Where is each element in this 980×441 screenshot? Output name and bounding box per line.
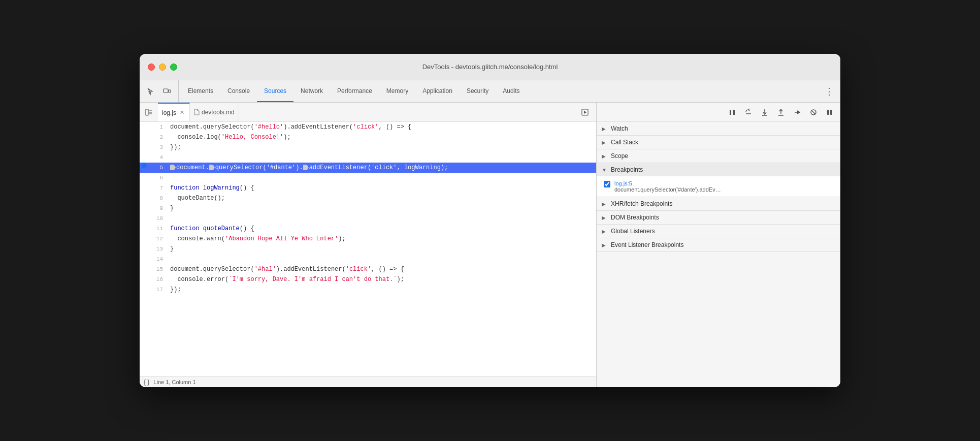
panel-xhr: ▶ XHR/fetch Breakpoints — [597, 197, 840, 211]
svg-rect-21 — [830, 110, 832, 115]
panel-breakpoints-header[interactable]: ▼ Breakpoints — [597, 163, 840, 176]
svg-line-19 — [811, 110, 815, 114]
code-line-10: 10 — [140, 213, 596, 224]
pretty-print-icon[interactable]: { } — [144, 379, 149, 386]
svg-rect-0 — [164, 89, 168, 92]
callstack-label: Call Stack — [611, 139, 638, 146]
step-out-btn[interactable] — [774, 106, 788, 119]
panel-watch: ▶ Watch — [597, 122, 840, 136]
watch-chevron: ▶ — [602, 126, 608, 132]
code-line-4: 4 — [140, 152, 596, 163]
panel-event: ▶ Event Listener Breakpoints — [597, 238, 840, 252]
panel-breakpoints: ▼ Breakpoints log.js:5 document.querySel… — [597, 163, 840, 197]
breakpoints-chevron: ▼ — [602, 167, 608, 173]
file-tab-close-logjs[interactable]: ✕ — [178, 109, 185, 116]
code-line-8: 8 quoteDante(); — [140, 193, 596, 203]
code-line-3: 3 }); — [140, 142, 596, 152]
breakpoint-item-1: log.js:5 document.querySelector('#dante'… — [597, 178, 840, 195]
panel-xhr-header[interactable]: ▶ XHR/fetch Breakpoints — [597, 197, 840, 210]
tab-memory[interactable]: Memory — [379, 80, 415, 102]
svg-rect-4 — [146, 109, 148, 115]
code-line-1: 1 document.querySelector('#hello').addEv… — [140, 122, 596, 132]
panel-scope-header[interactable]: ▶ Scope — [597, 149, 840, 163]
breakpoints-label: Breakpoints — [611, 166, 643, 173]
svg-rect-1 — [169, 90, 171, 92]
main-content: log.js ✕ devtools.md — [140, 103, 840, 387]
status-bar: { } Line 1, Column 1 — [140, 376, 596, 387]
maximize-button[interactable] — [170, 64, 177, 71]
scope-label: Scope — [611, 152, 628, 160]
file-panel-toggle[interactable] — [142, 105, 156, 119]
code-editor[interactable]: 1 document.querySelector('#hello').addEv… — [140, 122, 596, 376]
xhr-label: XHR/fetch Breakpoints — [611, 200, 672, 207]
event-chevron: ▶ — [602, 242, 608, 248]
watch-label: Watch — [611, 125, 628, 132]
breakpoint-info-1: log.js:5 document.querySelector('#dante'… — [614, 180, 721, 193]
more-tabs-button[interactable]: ⋮ — [822, 84, 836, 99]
tab-security[interactable]: Security — [460, 80, 496, 102]
minimize-button[interactable] — [159, 64, 166, 71]
panel-callstack-header[interactable]: ▶ Call Stack — [597, 136, 840, 149]
code-line-14: 14 — [140, 254, 596, 264]
breakpoint-file: log.js:5 — [614, 180, 721, 186]
right-panel: ▶ Watch ▶ Call Stack ▶ Scope — [597, 103, 840, 387]
device-toolbar-icon[interactable] — [160, 84, 174, 99]
file-tab-devtoolsmd[interactable]: devtools.md — [190, 103, 239, 121]
code-line-13: 13 } — [140, 244, 596, 254]
file-tab-end — [578, 105, 596, 119]
panels-area: ▶ Watch ▶ Call Stack ▶ Scope — [597, 122, 840, 387]
tab-application[interactable]: Application — [415, 80, 460, 102]
tabs-end: ⋮ — [822, 80, 840, 102]
bp-marker-5 — [140, 163, 148, 168]
breakpoint-checkbox-1[interactable] — [604, 181, 610, 187]
tab-console[interactable]: Console — [220, 80, 257, 102]
dom-label: DOM Breakpoints — [611, 214, 659, 221]
inspect-icon[interactable] — [144, 84, 158, 99]
cursor-position: Line 1, Column 1 — [153, 379, 195, 385]
step-over-btn[interactable] — [742, 106, 755, 119]
file-tabs-bar: log.js ✕ devtools.md — [140, 103, 596, 122]
debug-toolbar — [597, 103, 840, 122]
pause-on-exceptions-btn[interactable] — [823, 106, 836, 119]
global-label: Global Listeners — [611, 228, 655, 235]
tab-network[interactable]: Network — [293, 80, 330, 102]
xhr-chevron: ▶ — [602, 201, 608, 207]
dom-chevron: ▶ — [602, 215, 608, 220]
panel-global-header[interactable]: ▶ Global Listeners — [597, 225, 840, 238]
callstack-chevron: ▶ — [602, 140, 608, 145]
panel-scope: ▶ Scope — [597, 149, 840, 163]
run-snippet-icon[interactable] — [578, 105, 592, 119]
panel-watch-header[interactable]: ▶ Watch — [597, 122, 840, 135]
step-into-btn[interactable] — [758, 106, 771, 119]
tabs-bar: Elements Console Sources Network Perform… — [140, 80, 840, 103]
panel-dom: ▶ DOM Breakpoints — [597, 211, 840, 225]
file-tab-logjs[interactable]: log.js ✕ — [158, 103, 190, 121]
svg-marker-9 — [584, 111, 586, 114]
tab-elements[interactable]: Elements — [181, 80, 220, 102]
code-line-9: 9 } — [140, 203, 596, 213]
code-line-7: 7 function logWarning() { — [140, 183, 596, 193]
panel-event-header[interactable]: ▶ Event Listener Breakpoints — [597, 238, 840, 251]
code-line-16: 16 console.error(`I'm sorry, Dave. I'm a… — [140, 274, 596, 285]
svg-rect-11 — [733, 110, 735, 115]
tab-icons — [144, 80, 179, 102]
event-label: Event Listener Breakpoints — [611, 241, 683, 248]
pause-resume-btn[interactable] — [726, 106, 739, 119]
tab-performance[interactable]: Performance — [330, 80, 379, 102]
window-title: DevTools - devtools.glitch.me/console/lo… — [422, 63, 558, 71]
step-btn[interactable] — [791, 106, 804, 119]
left-panel: log.js ✕ devtools.md — [140, 103, 597, 387]
close-button[interactable] — [148, 64, 155, 71]
panel-dom-header[interactable]: ▶ DOM Breakpoints — [597, 211, 840, 224]
code-line-15: 15 document.querySelector('#hal').addEve… — [140, 264, 596, 274]
file-tab-label-md: devtools.md — [202, 109, 235, 116]
code-line-17: 17 }); — [140, 285, 596, 295]
tab-sources[interactable]: Sources — [257, 80, 293, 102]
scope-chevron: ▶ — [602, 153, 608, 159]
svg-rect-10 — [730, 110, 731, 115]
code-line-12: 12 console.warn('Abandon Hope All Ye Who… — [140, 234, 596, 244]
tab-audits[interactable]: Audits — [496, 80, 527, 102]
file-tab-label: log.js — [162, 109, 176, 116]
deactivate-breakpoints-btn[interactable] — [807, 106, 820, 119]
code-line-6: 6 — [140, 173, 596, 183]
